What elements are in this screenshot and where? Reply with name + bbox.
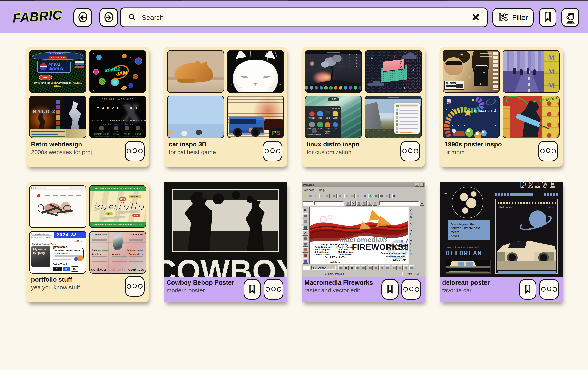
section-heading: Consultancy [92,233,106,236]
window-edge-strip [0,0,588,1]
search-bar[interactable] [120,7,488,27]
app-item: Files [316,111,324,119]
collection-card-cat-inspo-3d[interactable]: PS cat inspo 3D for cat heist game [164,47,287,167]
card-bookmark-button[interactable] [381,279,399,300]
illustration [77,256,84,261]
decor [74,60,84,73]
ps-letter: S [276,129,280,136]
clairo-label: CLAIRO [446,82,456,85]
whisker [231,84,242,87]
cowboy-bebop-poster-image: COWBOY [164,182,287,277]
menu-bar: Window Help [302,188,425,192]
barcode [489,193,558,196]
collection-card-1990s-poster-inspo[interactable]: ✦ ✦ ✦ ✦ ✦ CLAIRO MMM [440,47,563,167]
back-button[interactable] [74,8,92,27]
macromedia-name: macromedia® [388,244,406,247]
planet [93,69,99,75]
desktop-clock: 12:20 [328,98,339,101]
forward-button[interactable] [99,8,118,27]
card-menu-button[interactable] [400,141,420,161]
cat-eye [240,75,248,78]
star: ✦ [468,75,472,80]
card-menu-button[interactable] [125,276,145,297]
clear-search-icon[interactable] [472,13,480,21]
thumb-agency-services-page: Consultancy Automation Success cases Suc… [89,231,146,274]
app-item: Vivaldi [307,111,316,119]
music-player-window [394,103,420,134]
card-title: 1990s poster inspo [444,140,530,149]
tree-canopy [321,61,329,68]
star: ✦ [478,81,482,87]
card-menu-button[interactable] [401,279,421,300]
paragraph [129,237,143,242]
thumb-qorry-portfolio-site: #Packaging #Illustration #3D_&_Motion_Gr… [29,231,86,274]
halftone-column [503,106,510,138]
collection-thumbnails: PEPSI WORLD WHAT'S NEW PEPSI WORLD ENTER… [29,50,146,138]
badge: Files [105,212,113,215]
saturn [529,210,546,228]
star: ✦ [448,55,452,62]
card-menu-button[interactable] [262,141,282,161]
xfiles-links: | Case Files || Fan Forum || What's New … [90,123,146,125]
card-footer: Cowboy Bebop Poster modern poster [164,277,287,302]
thumb-xfiles-website: OFFICIAL WEB SITE X T H E X F I L E S CA… [89,96,146,139]
search-input[interactable] [141,13,467,21]
profile-button[interactable] [561,8,579,27]
thumb-space-jam-website: SPACE JAM ······· ···· ········ ····· [89,50,146,93]
app-item: System Settings [307,128,321,136]
search-icon [128,13,136,22]
planet [135,57,142,65]
success-cases: Success cases [92,249,108,251]
bookmark-card-cowboy-bebop[interactable]: COWBOY Cowboy Bebop Poster modern poster [164,182,287,302]
pepsi-logo [40,63,47,70]
card-bookmark-button[interactable] [243,279,261,300]
status-bar: For Help, press F1 RAM: 164M [302,271,425,277]
credits-heading: Design and Engineering: [321,243,349,246]
app-logo[interactable]: FABRIC [12,7,63,25]
success-cases: Success cases [127,249,143,251]
card-menu-button[interactable] [538,141,558,161]
macromedia-logo [398,239,406,243]
figure [526,68,529,74]
whats-new-label: WHAT'S NEW [49,56,67,59]
bookmark-icon [524,284,532,295]
collection-card-portfolio-stuff[interactable]: Collections & Updates From HAN'S PORTFOL… [26,182,149,302]
bookmark-card-delorean-poster[interactable]: DRIVE + + Drive beyond the horizon—where… [440,182,563,302]
profile-photo: My name is Qorry [32,246,51,267]
card-menu-button[interactable] [539,279,559,300]
whisker [269,84,281,87]
bookmark-card-macromedia-fireworks[interactable]: ireworks _□ Window Help [302,182,425,302]
bookmarks-button[interactable] [539,8,556,27]
arrow-right-icon [103,11,115,23]
fabric-app: { "header": { "logo": "FABRIC", "search"… [0,0,588,370]
badge: HAN [119,198,126,200]
thumb-han-portfolio-collage: Collections & Updates From HAN'S PORTFOL… [89,185,146,228]
collection-card-retro-webdesign[interactable]: PEPSI WORLD WHAT'S NEW PEPSI WORLD ENTER… [26,47,149,167]
halo2-logo: HALO 2 [33,109,56,114]
fox-link: FOX E-MAIL [113,126,119,135]
card-grid: PEPSI WORLD WHAT'S NEW PEPSI WORLD ENTER… [26,47,563,302]
card-footer: Macromedia Fireworks raster and vector e… [302,277,425,302]
behance-button: Bē [71,266,78,272]
status-ram: RAM: 164M [404,272,424,276]
collection-card-linux-distro-inspo[interactable]: すし 12:20 Vivaldi Files Koko Geary LibreO… [302,47,425,167]
cowboy-title-text: COWBOY [164,253,287,277]
card-footer: delorean poster favorite car [440,277,563,302]
drive-outline-text: DRIVE [520,182,556,190]
xfiles-nav: CASE FILES FAN FORUM WHAT'S NEW [90,119,146,121]
version-block: macromedia® Version 1.0 Demonstration Ve… [380,239,406,262]
filter-button[interactable]: Filter [493,8,534,27]
egg [481,130,486,136]
credits-col: Steven Johnson Jeff Doar Matt Bendiksen … [338,246,356,256]
card-menu-button[interactable] [263,279,284,300]
card-footer: 1990s poster inspo ur mom [443,138,560,167]
card-bookmark-button[interactable] [519,279,536,300]
xfiles-footer-links: FOX ENTERTAINMENT FOX E-MAIL FOX FINDER … [94,126,141,135]
card-menu-button[interactable] [125,141,145,161]
figure [533,69,536,75]
thumb-mtv-street-poster: MMM [503,50,560,93]
poster-panel [172,189,279,252]
card-title: delorean poster [442,279,528,287]
delorean-wordmark: DELOREAN [446,249,482,257]
egg [474,131,482,138]
